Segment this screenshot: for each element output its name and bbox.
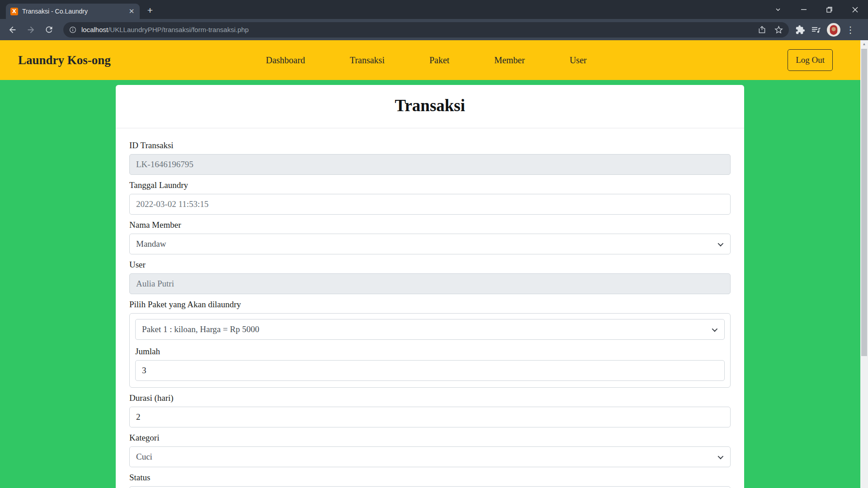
profile-avatar[interactable] [827,23,840,37]
nav-item-paket[interactable]: Paket [429,55,449,66]
nav-item-transaksi[interactable]: Transaksi [350,55,385,66]
page-main: Transaksi ID Transaksi Tanggal Laundry N… [0,80,868,488]
address-bar[interactable]: localhost/UKLLaundryPHP/transaksi/form-t… [63,22,789,38]
user-label: User [129,259,731,270]
forward-button[interactable] [22,21,40,39]
back-button[interactable] [4,21,22,39]
chevron-down-icon [712,326,718,332]
field-status: Status Baru [129,472,731,488]
paket-selected: Paket 1 : kiloan, Harga = Rp 5000 [142,324,259,334]
xampp-favicon-icon: X [10,8,18,15]
kategori-selected: Cuci [136,452,152,462]
transaksi-form: ID Transaksi Tanggal Laundry Nama Member… [116,128,744,488]
tab-title: Transaksi - Co.Laundry [22,8,127,15]
site-info-icon[interactable] [69,26,77,34]
nav-item-dashboard[interactable]: Dashboard [266,55,305,66]
site-brand[interactable]: Laundry Kos-ong [18,40,111,80]
field-durasi: Durasi (hari) [129,393,731,427]
field-nama-member: Nama Member Mandaw [129,220,731,254]
paket-select[interactable]: Paket 1 : kiloan, Harga = Rp 5000 [135,319,725,340]
status-select[interactable]: Baru [129,486,731,488]
nama-member-selected: Mandaw [136,239,166,249]
site-navbar: Laundry Kos-ong Dashboard Transaksi Pake… [0,40,860,80]
user-input [129,273,731,294]
tab-close-icon[interactable]: ✕ [127,7,136,16]
nav-links: Dashboard Transaksi Paket Member User [266,40,587,80]
window-controls [765,0,868,19]
status-label: Status [129,472,731,483]
field-tanggal: Tanggal Laundry [129,180,731,215]
chevron-down-icon [718,240,724,246]
field-id-transaksi: ID Transaksi [129,140,731,175]
nav-item-user[interactable]: User [570,55,587,66]
scrollbar-up-arrow-icon[interactable]: ▲ [860,40,868,48]
minimize-button[interactable] [791,0,816,19]
logout-button[interactable]: Log Out [788,49,833,71]
card-header: Transaksi [116,85,744,128]
field-kategori: Kategori Cuci [129,432,731,467]
paket-group-box: Paket 1 : kiloan, Harga = Rp 5000 Jumlah [129,313,731,388]
nav-item-member[interactable]: Member [494,55,525,66]
field-paket: Pilih Paket yang Akan dilaundry Paket 1 … [129,299,731,388]
browser-tab-strip: X Transaksi - Co.Laundry ✕ + [0,0,868,19]
url-text: localhost/UKLLaundryPHP/transaksi/form-t… [81,26,249,33]
scrollbar-thumb[interactable] [861,49,867,356]
jumlah-input[interactable] [135,360,725,381]
field-user: User [129,259,731,294]
browser-menu-kebab-icon[interactable]: ⋮ [846,24,853,35]
web-page: ▲ Laundry Kos-ong Dashboard Transaksi Pa… [0,40,868,488]
tab-search-chevron-icon[interactable] [765,0,791,19]
new-tab-button[interactable]: + [143,4,157,17]
durasi-input[interactable] [129,407,731,427]
id-transaksi-label: ID Transaksi [129,140,731,151]
extensions-puzzle-icon[interactable] [795,25,805,35]
durasi-label: Durasi (hari) [129,393,731,404]
reload-button[interactable] [40,21,58,39]
page-title: Transaksi [116,96,744,115]
tanggal-label: Tanggal Laundry [129,180,731,191]
id-transaksi-input [129,154,731,175]
transaksi-card: Transaksi ID Transaksi Tanggal Laundry N… [116,85,744,488]
chevron-down-icon [718,453,724,459]
nama-member-select[interactable]: Mandaw [129,234,731,254]
tanggal-input[interactable] [129,194,731,215]
media-controls-icon[interactable] [811,24,821,35]
share-icon[interactable] [757,25,767,34]
paket-label: Pilih Paket yang Akan dilaundry [129,299,731,310]
page-scrollbar[interactable]: ▲ [860,40,868,488]
close-window-button[interactable] [842,0,868,19]
browser-toolbar: localhost/UKLLaundryPHP/transaksi/form-t… [0,19,868,40]
jumlah-label: Jumlah [135,346,725,357]
restore-button[interactable] [816,0,842,19]
kategori-select[interactable]: Cuci [129,446,731,467]
bookmark-star-icon[interactable] [774,25,783,34]
nama-member-label: Nama Member [129,220,731,230]
kategori-label: Kategori [129,432,731,443]
browser-tab[interactable]: X Transaksi - Co.Laundry ✕ [6,4,140,19]
